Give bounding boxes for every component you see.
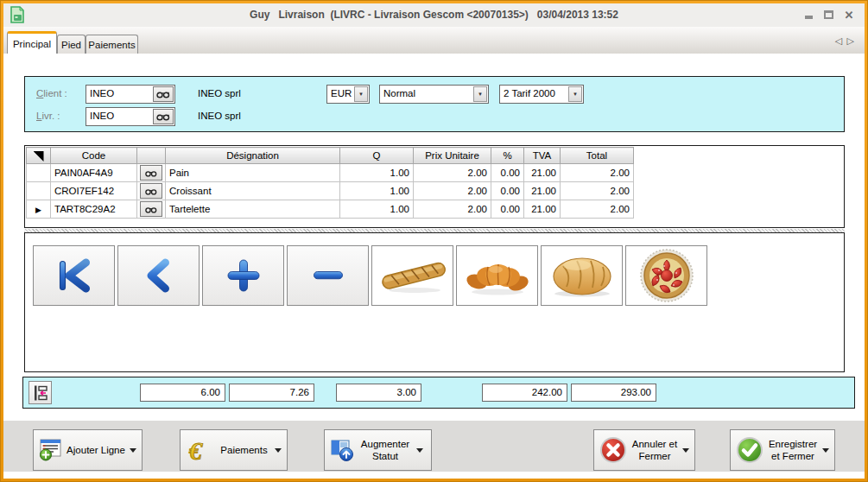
line-lookup-button[interactable] [140,183,162,199]
product-bread-loaf-button[interactable] [541,245,623,306]
minimize-button[interactable] [801,8,816,22]
total-quantity-field: 3.00 [336,384,421,402]
dropdown-arrow-icon[interactable] [416,448,423,453]
column-header-tva[interactable]: TVA [524,148,561,164]
tab-pied[interactable]: Pied [57,35,86,54]
designation-cell[interactable]: Pain [166,164,340,182]
tab-label: Paiements [88,40,135,50]
client-name: INEO sprl [198,88,241,98]
binoculars-icon [156,90,170,98]
annuler-fermer-button[interactable]: Annuler et Fermer [593,429,695,471]
augmenter-statut-button[interactable]: Augmenter Statut [324,429,432,471]
binoculars-icon [145,169,157,177]
tab-paiements[interactable]: Paiements [86,35,138,54]
binoculars-icon [145,187,157,195]
column-header-prix-unitaire[interactable]: Prix Unitaire [414,148,491,164]
chevron-down-icon[interactable]: ▼ [473,86,487,102]
designation-cell[interactable]: Croissant [166,182,340,200]
gallery-panel [24,232,845,372]
mode-select[interactable]: Normal ▼ [379,85,489,104]
line-lookup-button[interactable] [140,165,162,181]
pct-cell[interactable]: 0.00 [491,164,524,182]
livr-code-input[interactable]: INEO [86,107,175,126]
remove-line-button[interactable] [287,245,369,306]
livr-lookup-button[interactable] [153,109,174,124]
dropdown-arrow-icon[interactable] [130,448,136,453]
table-row: CROI7EF142 Croissant 1.00 2.00 0.00 21.0… [27,182,634,200]
product-baguette-button[interactable] [371,245,453,306]
pu-cell[interactable]: 2.00 [414,200,491,219]
tab-label: Principal [13,39,51,49]
title-bar: Guy Livraison (LIVRC - Livraison Gescom … [3,3,865,27]
row-selector[interactable] [27,182,51,200]
tarif-value: 2 Tarif 2000 [504,88,555,98]
code-cell[interactable]: CROI7EF142 [51,182,137,200]
q-cell[interactable]: 1.00 [340,182,414,200]
currency-select[interactable]: EUR ▼ [326,85,370,104]
enregistrer-fermer-button[interactable]: Enregistrer et Fermer [730,429,835,471]
total-cell[interactable]: 2.00 [561,200,634,219]
tab-scroll-right-icon[interactable]: ▷ [847,35,854,47]
tva-cell[interactable]: 21.00 [524,182,561,200]
client-code-input[interactable]: INEO [86,85,175,104]
tva-cell[interactable]: 21.00 [524,200,561,219]
previous-record-button[interactable] [117,245,200,306]
code-cell[interactable]: PAIN0AF4A9 [51,164,137,182]
q-cell[interactable]: 1.00 [340,200,414,219]
action-bar: Ajouter Ligne € Paiements Augmenter Stat… [3,421,865,472]
row-selector[interactable] [27,164,51,182]
row-selector-current[interactable]: ▶ [27,200,51,219]
select-all-corner[interactable] [27,148,51,164]
dropdown-arrow-icon[interactable] [682,448,689,453]
chevron-down-icon[interactable]: ▼ [354,86,368,102]
tva-cell[interactable]: 21.00 [524,164,561,182]
tab-label: Pied [61,40,81,50]
button-label: Annuler et Fermer [631,438,678,463]
total-cell[interactable]: 2.00 [561,164,634,182]
product-strawberry-tart-button[interactable] [625,245,707,306]
product-croissant-button[interactable] [456,245,538,306]
add-line-list-icon [39,439,62,461]
column-header-q[interactable]: Q [340,148,414,164]
paiements-button[interactable]: € Paiements [180,429,288,471]
maximize-button[interactable] [820,8,836,22]
close-icon: ✕ [845,9,854,22]
button-label: Augmenter Statut [358,438,412,463]
total-cell[interactable]: 2.00 [561,182,634,200]
ajouter-ligne-button[interactable]: Ajouter Ligne [33,429,143,471]
pu-cell[interactable]: 2.00 [414,182,491,200]
close-button[interactable]: ✕ [841,8,857,22]
save-check-icon [736,436,763,464]
pct-cell[interactable]: 0.00 [491,200,524,219]
table-row-current: ▶ TART8C29A2 Tartelette 1.00 2.00 0.00 2… [27,200,634,219]
code-cell[interactable]: TART8C29A2 [51,200,137,219]
pu-cell[interactable]: 2.00 [414,164,491,182]
maximize-icon [824,10,833,19]
align-detail-icon [32,384,49,402]
dropdown-arrow-icon[interactable] [275,448,282,453]
tab-bar: Principal Pied Paiements ◁ ▷ [3,27,865,54]
total-excl-vat-field: 6.00 [140,384,225,402]
designation-cell[interactable]: Tartelette [166,200,340,219]
first-record-button[interactable] [33,245,115,306]
total-incl-vat-field: 7.26 [229,384,314,402]
column-header-designation[interactable]: Désignation [166,148,340,164]
add-line-button[interactable] [202,245,284,306]
line-lookup-button[interactable] [140,201,162,217]
column-header-total[interactable]: Total [561,148,634,164]
q-cell[interactable]: 1.00 [340,164,414,182]
lookup-cell [137,164,166,182]
totals-detail-button[interactable] [29,381,52,404]
dropdown-arrow-icon[interactable] [822,448,829,453]
tarif-select[interactable]: 2 Tarif 2000 ▼ [499,85,584,104]
tab-scroll-left-icon[interactable]: ◁ [835,35,842,47]
column-header-code[interactable]: Code [51,148,137,164]
column-header-lookup[interactable] [137,148,166,164]
column-header-pct[interactable]: % [491,148,524,164]
lookup-cell [137,200,166,219]
chevron-down-icon[interactable]: ▼ [568,86,582,102]
client-lookup-button[interactable] [153,86,174,102]
cancel-icon [599,436,627,464]
tab-principal[interactable]: Principal [7,31,57,54]
pct-cell[interactable]: 0.00 [491,182,524,200]
